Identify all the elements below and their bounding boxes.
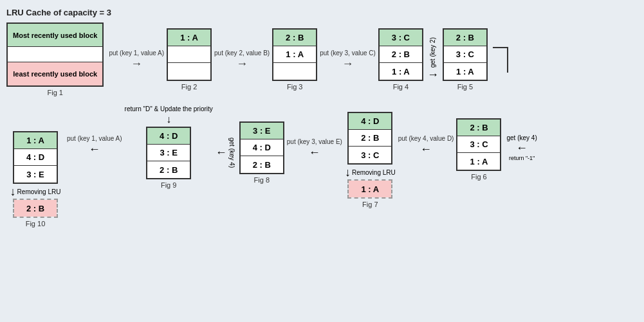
- arrow1: →: [131, 57, 142, 71]
- removing-lru-text-7: Removing LRU: [352, 169, 396, 176]
- arrow2: →: [236, 57, 248, 71]
- fig7-container: 1 : A Fig 7: [347, 179, 392, 208]
- op6-box: put (key 4, value D) ←: [398, 134, 454, 156]
- fig3-container: 2 : B 1 : A Fig 3: [272, 28, 317, 91]
- fig6-cell1: 2 : B: [457, 120, 500, 136]
- fig6-container: 2 : B 3 : C 1 : A Fig 6: [456, 118, 501, 181]
- fig8-label: Fig 8: [254, 176, 270, 184]
- fig7-area: 4 : D 2 : B 3 : C ↓ Removing LRU 1 : A F…: [345, 112, 396, 208]
- fig5-cell2: 3 : C: [444, 46, 486, 63]
- fig2-container: 1 : A Fig 2: [167, 28, 212, 91]
- bottom-row: 1 : A 4 : D 3 : E ↓ Removing LRU 2 : B F…: [6, 99, 638, 228]
- main-container: LRU Cache of capacity = 3 Most recently …: [0, 0, 644, 322]
- fig2-block: 1 : A: [167, 28, 212, 81]
- fig10-u-cell1: 1 : A: [14, 132, 57, 149]
- fig9-label: Fig 9: [161, 181, 176, 189]
- fig5-cell3: 1 : A: [444, 63, 486, 80]
- fig10-u-cell3: 3 : E: [14, 166, 57, 183]
- return-neg1-label: return "-1": [509, 155, 535, 161]
- return-update-label: return "D" & Update the priority: [125, 105, 213, 112]
- top-row: Most recently used block least recently …: [6, 22, 638, 96]
- curve-arrow-section: [493, 47, 508, 73]
- fig4d-cell3: 3 : C: [349, 147, 391, 163]
- fig3-label: Fig 3: [287, 83, 302, 91]
- fig5-block: 2 : B 3 : C 1 : A: [443, 28, 488, 81]
- fig6-cell3: 1 : A: [457, 153, 500, 170]
- fig10-area: 1 : A 4 : D 3 : E ↓ Removing LRU 2 : B F…: [6, 99, 64, 228]
- get4-label: get (key 4): [228, 138, 235, 168]
- fig6-cell2: 3 : C: [457, 136, 500, 153]
- fig9-block: 4 : D 3 : E 2 : B: [146, 127, 191, 179]
- fig10-upper: 1 : A 4 : D 3 : E: [10, 131, 61, 184]
- fig4d-cell2: 2 : B: [349, 130, 391, 147]
- fig4-cell3: 1 : A: [380, 63, 422, 80]
- fig9-cell1: 4 : D: [147, 128, 190, 145]
- fig5-container: 2 : B 3 : C 1 : A Fig 5: [443, 28, 488, 91]
- fig8-cell1: 3 : E: [241, 123, 283, 139]
- op1-box: put (key 1, value A) →: [109, 49, 164, 71]
- fig2-cell2: [168, 46, 210, 63]
- fig1-top-cell: Most recently used block: [8, 24, 102, 47]
- op10-label: put (key 1, value A): [67, 134, 122, 143]
- get2-section: get (key 2) →: [427, 37, 439, 81]
- get4-right-label: get (key 4): [506, 134, 537, 141]
- fig8-cell3: 2 : B: [241, 156, 283, 173]
- fig8-cell2: 4 : D: [241, 139, 283, 156]
- fig1-block: Most recently used block least recently …: [6, 22, 104, 87]
- fig4d-cell1: 4 : D: [349, 113, 391, 130]
- op3-box: put (key 3, value C) →: [320, 49, 376, 71]
- fig10-spacer: 1 : A 4 : D 3 : E ↓ Removing LRU 2 : B F…: [10, 131, 61, 228]
- fig3-block: 2 : B 1 : A: [272, 28, 317, 81]
- fig5-label: Fig 5: [457, 83, 473, 91]
- fig4-cell2: 2 : B: [380, 46, 422, 63]
- op2-box: put (key 2, value B) →: [214, 49, 270, 71]
- fig1-container: Most recently used block least recently …: [6, 22, 104, 96]
- fig6-block: 2 : B 3 : C 1 : A: [456, 118, 501, 171]
- fig7-cell1: 1 : A: [349, 181, 391, 197]
- get4-section: ← get (key 4): [216, 138, 237, 168]
- op3-label: put (key 3, value C): [320, 49, 376, 57]
- fig6-label: Fig 6: [471, 173, 486, 181]
- fig4d-block: 4 : D 2 : B 3 : C: [347, 112, 392, 165]
- fig3-cell3: [273, 63, 316, 80]
- fig7-block: 1 : A: [347, 179, 392, 199]
- op6-label: put (key 4, value D): [398, 134, 454, 143]
- page-title: LRU Cache of capacity = 3: [6, 8, 638, 17]
- removing-lru-text-10: Removing LRU: [17, 188, 61, 195]
- fig5-cell1: 2 : B: [444, 30, 486, 46]
- fig4-label: Fig 4: [393, 83, 409, 91]
- fig1-label: Fig 1: [47, 89, 62, 96]
- removing-lru-label-7: ↓ Removing LRU: [345, 166, 396, 179]
- fig4-block: 3 : C 2 : B 1 : A: [378, 28, 423, 81]
- fig10-u-cell2: 4 : D: [14, 149, 57, 166]
- fig3-cell2: 1 : A: [273, 46, 316, 63]
- arrow3: →: [342, 57, 354, 71]
- fig3-cell1: 2 : B: [273, 30, 316, 46]
- fig4-cell1: 3 : C: [380, 30, 422, 46]
- fig9-container: return "D" & Update the priority ↓ 4 : D…: [125, 105, 213, 189]
- fig9-cell3: 2 : B: [147, 161, 190, 178]
- fig10-container: 2 : B Fig 10: [10, 199, 61, 228]
- fig2-cell1: 1 : A: [168, 30, 210, 46]
- fig7-label: Fig 7: [362, 201, 378, 208]
- fig10-block: 2 : B: [13, 199, 58, 218]
- fig9-cell2: 3 : E: [147, 145, 190, 161]
- fig10-upper-block: 1 : A 4 : D 3 : E: [13, 131, 58, 184]
- fig1-bottom-cell: least recently used block: [8, 62, 102, 85]
- op1-label: put (key 1, value A): [109, 49, 164, 57]
- fig1-middle-cell: [8, 47, 102, 62]
- fig2-label: Fig 2: [181, 83, 197, 91]
- fig4-container: 3 : C 2 : B 1 : A Fig 4: [378, 28, 423, 91]
- fig2-cell3: [168, 63, 210, 80]
- op2-label: put (key 2, value B): [214, 49, 270, 57]
- fig8-block: 3 : E 4 : D 2 : B: [239, 121, 284, 174]
- fig10-cell1: 2 : B: [14, 200, 57, 217]
- removing-lru-label-10: ↓ Removing LRU: [10, 185, 61, 199]
- op8-label: put (key 3, value E): [287, 138, 342, 146]
- fig8-container: 3 : E 4 : D 2 : B Fig 8: [239, 121, 284, 184]
- get2-label: get (key 2): [429, 37, 436, 67]
- op10-box: put (key 1, value A) ←: [67, 134, 122, 156]
- fig10-label: Fig 10: [26, 220, 46, 228]
- get4-return-section: get (key 4) ← return "-1": [506, 134, 537, 161]
- op8-box: put (key 3, value E) ←: [287, 138, 342, 159]
